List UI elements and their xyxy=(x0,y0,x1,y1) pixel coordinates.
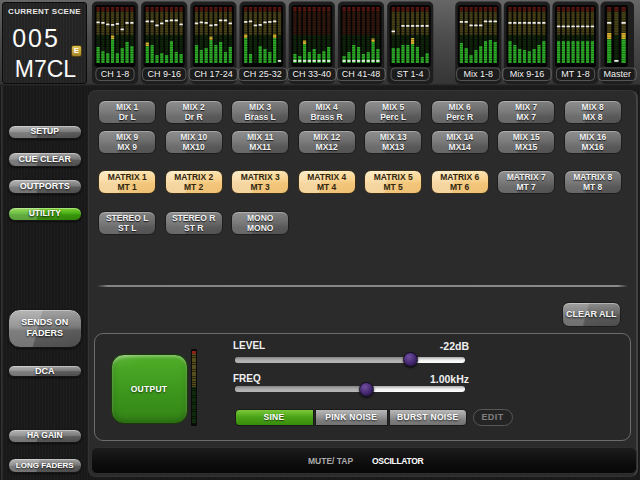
svg-text:CH 41-48: CH 41-48 xyxy=(342,69,381,79)
svg-text:CH 1-8: CH 1-8 xyxy=(101,69,130,79)
svg-text:CH 9-16: CH 9-16 xyxy=(147,69,181,79)
svg-text:CH 33-40: CH 33-40 xyxy=(293,69,332,79)
svg-text:Mix 1-8: Mix 1-8 xyxy=(464,69,494,79)
svg-text:ST 1-4: ST 1-4 xyxy=(397,69,424,79)
svg-text:CH 25-32: CH 25-32 xyxy=(243,69,282,79)
svg-text:Mix 9-16: Mix 9-16 xyxy=(510,69,545,79)
svg-text:CH 17-24: CH 17-24 xyxy=(194,69,233,79)
svg-text:MT 1-8: MT 1-8 xyxy=(561,69,589,79)
svg-text:Master: Master xyxy=(603,69,631,79)
